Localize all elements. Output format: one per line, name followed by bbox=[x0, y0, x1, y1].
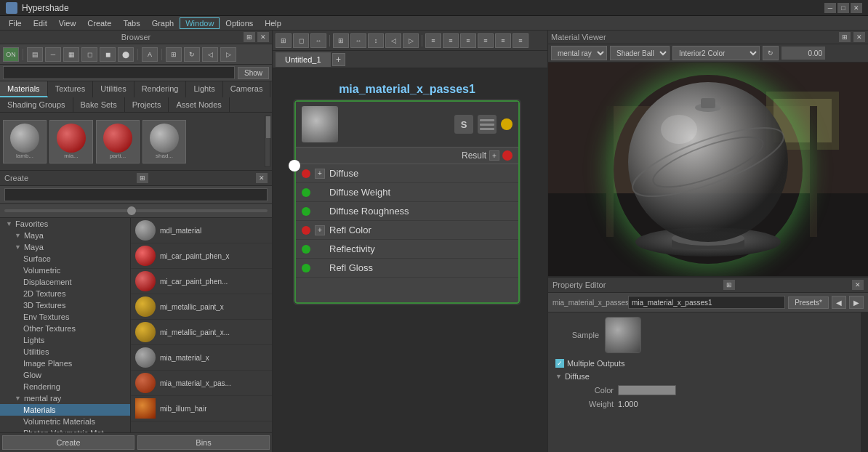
graph-left-btn[interactable]: ◁ bbox=[385, 33, 401, 48]
slider-track[interactable] bbox=[4, 209, 268, 212]
mat-item-metallic1[interactable]: mi_metallic_paint_x bbox=[131, 294, 272, 320]
bins-button[interactable]: Bins bbox=[137, 435, 270, 450]
tree-other-textures[interactable]: Other Textures bbox=[0, 323, 130, 334]
graph-align1[interactable]: ≡ bbox=[425, 33, 441, 48]
port-diffuse-roughness[interactable] bbox=[302, 207, 310, 216]
tree-mental-ray[interactable]: ▼ mental ray bbox=[0, 392, 130, 404]
mat-item-mia2[interactable]: mia_material_x_pas... bbox=[131, 371, 272, 396]
result-plus-btn[interactable]: + bbox=[489, 150, 499, 161]
tree-rendering[interactable]: Rendering bbox=[0, 381, 130, 392]
port-refl-color[interactable] bbox=[302, 226, 310, 235]
port-diffuse-weight[interactable] bbox=[302, 188, 310, 197]
create-search-input[interactable] bbox=[4, 188, 268, 201]
tab-lights[interactable]: Lights bbox=[186, 81, 222, 97]
close-button[interactable]: ✕ bbox=[851, 3, 862, 13]
browser-refresh-btn[interactable]: ↻ bbox=[184, 47, 200, 62]
port-refl-gloss[interactable] bbox=[302, 264, 310, 273]
browser-small-btn[interactable]: ◻ bbox=[81, 47, 97, 62]
mat-item-metallic2[interactable]: mi_metallic_paint_x... bbox=[131, 320, 272, 345]
browser-close-btn[interactable]: ✕ bbox=[257, 32, 269, 42]
tree-vol-materials[interactable]: Volumetric Materials bbox=[0, 416, 130, 427]
menu-graph[interactable]: Graph bbox=[146, 17, 180, 29]
port-diffuse[interactable] bbox=[302, 169, 310, 178]
maximize-button[interactable]: □ bbox=[837, 3, 849, 13]
tab-bake-sets[interactable]: Bake Sets bbox=[73, 97, 125, 112]
prop-color-swatch[interactable] bbox=[618, 385, 676, 395]
prop-maximize-btn[interactable]: ⊞ bbox=[723, 280, 735, 290]
browser-dash-btn[interactable]: ─ bbox=[45, 47, 61, 62]
prop-icon-btn2[interactable]: ▶ bbox=[849, 296, 864, 309]
thumb-shad[interactable]: shad... bbox=[142, 120, 186, 164]
tree-env-textures[interactable]: Env Textures bbox=[0, 311, 130, 323]
node-box[interactable]: S Result + bbox=[294, 100, 520, 304]
graph-canvas[interactable]: mia_material_x_passes1 S bbox=[273, 68, 547, 452]
graph-horiz-btn[interactable]: ↔ bbox=[350, 33, 366, 48]
browser-maximize-btn[interactable]: ⊞ bbox=[244, 32, 255, 42]
tab-asset-nodes[interactable]: Asset Nodes bbox=[169, 97, 229, 112]
node-s-button[interactable]: S bbox=[454, 115, 473, 134]
material-select[interactable]: Interior2 Color bbox=[672, 46, 760, 60]
tree-maya1[interactable]: ▼ Maya bbox=[0, 230, 130, 241]
minimize-button[interactable]: ─ bbox=[824, 3, 836, 13]
graph-align2[interactable]: ≡ bbox=[443, 33, 459, 48]
thumb-lambert[interactable]: lamb... bbox=[3, 120, 47, 164]
browser-large-btn[interactable]: ◼ bbox=[100, 47, 116, 62]
tree-3d-textures[interactable]: 3D Textures bbox=[0, 299, 130, 311]
browser-on-btn[interactable]: ON bbox=[3, 47, 19, 62]
tree-volumetric[interactable]: Volumetric bbox=[0, 265, 130, 276]
browser-next-btn[interactable]: ▷ bbox=[220, 47, 236, 62]
tab-rendering[interactable]: Rendering bbox=[134, 81, 187, 97]
browser-prev-btn[interactable]: ◁ bbox=[202, 47, 218, 62]
property-scrollbar[interactable] bbox=[861, 312, 868, 452]
graph-vert-btn[interactable]: ↕ bbox=[368, 33, 384, 48]
tree-glow[interactable]: Glow bbox=[0, 369, 130, 381]
create-maximize-btn[interactable]: ⊞ bbox=[137, 173, 148, 183]
viewer-value-input[interactable]: 0.00 bbox=[781, 47, 825, 60]
show-button[interactable]: Show bbox=[238, 67, 269, 79]
tab-projects[interactable]: Projects bbox=[125, 97, 169, 112]
tree-favorites[interactable]: ▼ Favorites bbox=[0, 218, 130, 230]
thumb-mia[interactable]: mia... bbox=[49, 120, 93, 164]
menu-create[interactable]: Create bbox=[81, 17, 117, 29]
graph-move-btn[interactable]: ↔ bbox=[310, 33, 326, 48]
graph-align5[interactable]: ≡ bbox=[495, 33, 511, 48]
tree-photon-vol[interactable]: Photon Volumetric Mat... bbox=[0, 427, 130, 432]
plus-diffuse[interactable]: + bbox=[315, 169, 325, 179]
mat-item-car1[interactable]: mi_car_paint_phen_x bbox=[131, 243, 272, 269]
mode-select[interactable]: Shader Ball bbox=[610, 46, 670, 60]
slider-handle[interactable] bbox=[127, 206, 136, 215]
menu-view[interactable]: View bbox=[53, 17, 82, 29]
graph-frame-btn[interactable]: ⊞ bbox=[276, 33, 292, 48]
viewer-close-btn[interactable]: ✕ bbox=[853, 32, 865, 42]
presets-button[interactable]: Presets* bbox=[788, 296, 829, 309]
browser-text-btn[interactable]: A bbox=[142, 47, 158, 62]
node-yellow-dot[interactable] bbox=[501, 118, 513, 130]
browser-grid-btn[interactable]: ▦ bbox=[63, 47, 79, 62]
tab-shading-groups[interactable]: Shading Groups bbox=[0, 97, 73, 112]
viewer-maximize-btn[interactable]: ⊞ bbox=[839, 32, 851, 42]
left-connector-dot[interactable] bbox=[289, 160, 300, 171]
tree-materials[interactable]: Materials bbox=[0, 404, 130, 416]
tab-utilities[interactable]: Utilities bbox=[93, 81, 134, 97]
tree-image-planes[interactable]: Image Planes bbox=[0, 358, 130, 369]
graph-select-btn[interactable]: ◻ bbox=[293, 33, 309, 48]
graph-align3[interactable]: ≡ bbox=[460, 33, 476, 48]
plus-refl-color[interactable]: + bbox=[315, 225, 325, 235]
browser-circles-btn[interactable]: ⬤ bbox=[118, 47, 134, 62]
mat-item-mdl[interactable]: mdl_material bbox=[131, 218, 272, 243]
menu-options[interactable]: Options bbox=[220, 17, 259, 29]
menu-window[interactable]: Window bbox=[180, 17, 220, 29]
tree-displacement[interactable]: Displacement bbox=[0, 276, 130, 288]
create-close-btn[interactable]: ✕ bbox=[256, 173, 268, 183]
tree-surface[interactable]: Surface bbox=[0, 253, 130, 265]
graph-layout-btn[interactable]: ⊞ bbox=[333, 33, 349, 48]
prop-close-btn[interactable]: ✕ bbox=[852, 280, 864, 290]
mat-item-mia1[interactable]: mia_material_x bbox=[131, 345, 272, 371]
tree-lights[interactable]: Lights bbox=[0, 334, 130, 346]
create-button[interactable]: Create bbox=[2, 435, 134, 450]
tab-textures[interactable]: Textures bbox=[48, 81, 94, 97]
graph-add-tab[interactable]: + bbox=[332, 53, 345, 66]
menu-file[interactable]: File bbox=[3, 17, 28, 29]
menu-tabs[interactable]: Tabs bbox=[117, 17, 145, 29]
graph-right-btn[interactable]: ▷ bbox=[403, 33, 419, 48]
